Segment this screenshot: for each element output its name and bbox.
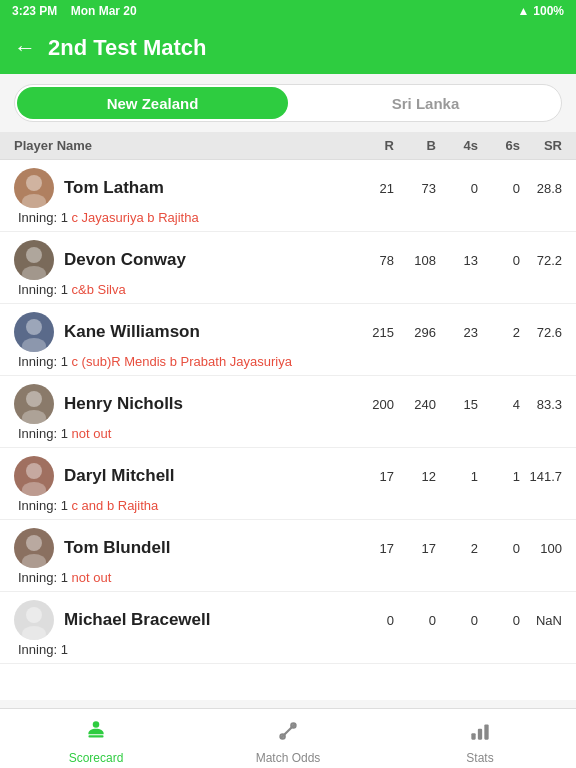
nav-scorecard-label: Scorecard	[69, 751, 124, 765]
svg-rect-21	[484, 725, 488, 740]
col-player-name: Player Name	[14, 138, 352, 153]
stat-4s: 23	[436, 325, 478, 340]
stat-r: 17	[352, 541, 394, 556]
player-dismissal: Inning: 1 not out	[14, 570, 562, 585]
col-b: B	[394, 138, 436, 153]
stat-6s: 0	[478, 253, 520, 268]
stat-b: 108	[394, 253, 436, 268]
wifi-icon: ▲	[517, 4, 529, 18]
stat-b: 0	[394, 613, 436, 628]
player-list: Tom Latham 21 73 0 0 28.8 Inning: 1 c Ja…	[0, 160, 576, 700]
player-name: Kane Williamson	[64, 322, 352, 342]
svg-point-0	[26, 175, 42, 191]
player-name: Devon Conway	[64, 250, 352, 270]
svg-point-6	[26, 391, 42, 407]
stat-b: 240	[394, 397, 436, 412]
stat-6s: 0	[478, 541, 520, 556]
player-avatar	[14, 240, 54, 280]
player-name: Tom Latham	[64, 178, 352, 198]
stat-sr: 72.6	[520, 325, 562, 340]
player-row: Daryl Mitchell 17 12 1 1 141.7	[14, 456, 562, 496]
player-item[interactable]: Kane Williamson 215 296 23 2 72.6 Inning…	[0, 304, 576, 376]
col-6s: 6s	[478, 138, 520, 153]
team1-button[interactable]: New Zealand	[17, 87, 288, 119]
svg-point-3	[22, 266, 46, 280]
player-item[interactable]: Tom Latham 21 73 0 0 28.8 Inning: 1 c Ja…	[0, 160, 576, 232]
stat-6s: 1	[478, 469, 520, 484]
status-time-date: 3:23 PM Mon Mar 20	[12, 4, 137, 18]
player-item[interactable]: Daryl Mitchell 17 12 1 1 141.7 Inning: 1…	[0, 448, 576, 520]
svg-point-5	[22, 338, 46, 352]
stat-6s: 0	[478, 613, 520, 628]
stat-6s: 2	[478, 325, 520, 340]
player-row: Michael Bracewell 0 0 0 0 NaN	[14, 600, 562, 640]
status-bar: 3:23 PM Mon Mar 20 ▲ 100%	[0, 0, 576, 22]
player-dismissal: Inning: 1 c Jayasuriya b Rajitha	[14, 210, 562, 225]
stat-6s: 0	[478, 181, 520, 196]
svg-point-1	[22, 194, 46, 208]
inning-label: Inning: 1	[18, 354, 68, 369]
inning-label: Inning: 1	[18, 498, 68, 513]
player-avatar	[14, 456, 54, 496]
player-dismissal: Inning: 1 not out	[14, 426, 562, 441]
col-4s: 4s	[436, 138, 478, 153]
stats-icon	[467, 718, 493, 748]
stat-sr: 72.2	[520, 253, 562, 268]
battery-indicator: 100%	[533, 4, 564, 18]
team2-label: Sri Lanka	[392, 95, 460, 112]
team1-label: New Zealand	[107, 95, 199, 112]
stat-4s: 2	[436, 541, 478, 556]
inning-label: Inning: 1	[18, 426, 68, 441]
player-dismissal: Inning: 1	[14, 642, 562, 657]
nav-stats[interactable]: Stats	[384, 712, 576, 765]
player-name: Michael Bracewell	[64, 610, 352, 630]
nav-stats-label: Stats	[466, 751, 493, 765]
player-avatar	[14, 312, 54, 352]
match-odds-icon	[275, 718, 301, 748]
header-title: 2nd Test Match	[48, 35, 207, 61]
svg-rect-20	[478, 729, 482, 740]
svg-point-10	[26, 535, 42, 551]
stat-6s: 4	[478, 397, 520, 412]
svg-point-14	[93, 721, 100, 728]
status-date: Mon Mar 20	[71, 4, 137, 18]
svg-rect-15	[88, 735, 103, 737]
back-button[interactable]: ←	[14, 35, 36, 61]
nav-scorecard[interactable]: Scorecard	[0, 712, 192, 765]
stat-4s: 0	[436, 613, 478, 628]
stat-b: 17	[394, 541, 436, 556]
player-name: Daryl Mitchell	[64, 466, 352, 486]
player-avatar	[14, 384, 54, 424]
svg-point-13	[22, 626, 46, 640]
svg-point-2	[26, 247, 42, 263]
nav-match-odds[interactable]: Match Odds	[192, 712, 384, 765]
player-item[interactable]: Michael Bracewell 0 0 0 0 NaN Inning: 1	[0, 592, 576, 664]
stat-4s: 0	[436, 181, 478, 196]
stat-b: 73	[394, 181, 436, 196]
player-item[interactable]: Devon Conway 78 108 13 0 72.2 Inning: 1 …	[0, 232, 576, 304]
player-avatar	[14, 528, 54, 568]
stat-b: 12	[394, 469, 436, 484]
table-header: Player Name R B 4s 6s SR	[0, 132, 576, 160]
inning-label: Inning: 1	[18, 282, 68, 297]
player-name: Tom Blundell	[64, 538, 352, 558]
inning-label: Inning: 1	[18, 210, 68, 225]
col-sr: SR	[520, 138, 562, 153]
player-avatar	[14, 168, 54, 208]
player-item[interactable]: Tom Blundell 17 17 2 0 100 Inning: 1 not…	[0, 520, 576, 592]
status-right: ▲ 100%	[517, 4, 564, 18]
player-name: Henry Nicholls	[64, 394, 352, 414]
scorecard-icon	[83, 718, 109, 748]
player-row: Devon Conway 78 108 13 0 72.2	[14, 240, 562, 280]
stat-r: 78	[352, 253, 394, 268]
inning-label: Inning: 1	[18, 642, 68, 657]
player-row: Tom Latham 21 73 0 0 28.8	[14, 168, 562, 208]
team2-button[interactable]: Sri Lanka	[290, 85, 561, 121]
stat-r: 0	[352, 613, 394, 628]
stat-4s: 15	[436, 397, 478, 412]
stat-sr: 28.8	[520, 181, 562, 196]
player-dismissal: Inning: 1 c (sub)R Mendis b Prabath Jaya…	[14, 354, 562, 369]
player-item[interactable]: Henry Nicholls 200 240 15 4 83.3 Inning:…	[0, 376, 576, 448]
bottom-nav: Scorecard Match Odds Stats	[0, 708, 576, 768]
status-time: 3:23 PM	[12, 4, 57, 18]
